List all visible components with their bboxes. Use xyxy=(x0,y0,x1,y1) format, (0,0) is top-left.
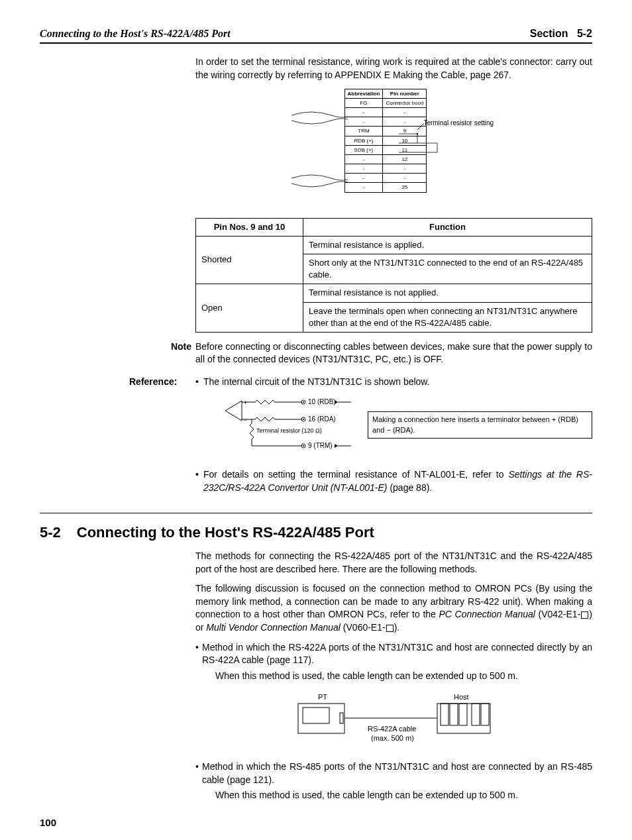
page-number: 100 xyxy=(40,815,592,829)
svg-rect-24 xyxy=(351,397,353,450)
svg-rect-26 xyxy=(303,708,329,723)
reference-block: Reference: • The internal circuit of the… xyxy=(40,376,592,499)
note-label: Note xyxy=(160,341,191,366)
bullet-icon: • xyxy=(195,468,203,494)
page-header: Connecting to the Host's RS-422A/485 Por… xyxy=(40,26,592,44)
header-title: Connecting to the Host's RS-422A/485 Por… xyxy=(40,26,231,41)
svg-rect-32 xyxy=(459,704,467,725)
fig-pt-label: PT xyxy=(318,693,327,701)
box-symbol-icon xyxy=(581,611,588,619)
connection-figure: PT Host RS-422A cable (max. 500 m) xyxy=(288,692,500,749)
method-1: • Method in which the RS-422A ports of t… xyxy=(195,641,592,667)
svg-point-21 xyxy=(303,445,304,446)
svg-rect-31 xyxy=(450,704,458,725)
section-p2: The following discussion is focused on t… xyxy=(195,582,592,634)
svg-rect-33 xyxy=(472,704,480,725)
svg-rect-29 xyxy=(437,704,490,733)
svg-text:+: + xyxy=(244,399,247,406)
fig-cable-label: RS-422A cable xyxy=(368,725,416,733)
ref-bullet-1: The internal circuit of the NT31/NT31C i… xyxy=(203,376,592,389)
pin-small-table: Abbreviation Pin number FGConnector hood… xyxy=(344,89,427,193)
svg-rect-34 xyxy=(481,704,489,725)
note-text: Before connecting or disconnecting cable… xyxy=(195,341,592,366)
function-table: Pin Nos. 9 and 10 Function Shorted Termi… xyxy=(195,218,592,333)
method-1-sub: When this method is used, the cable leng… xyxy=(215,670,592,683)
pin-diagram: Abbreviation Pin number FGConnector hood… xyxy=(285,89,503,208)
method-2: • Method in which the RS-485 ports of th… xyxy=(195,761,592,786)
circuit-pin9: 9 (TRM) xyxy=(308,442,333,449)
svg-text:−: − xyxy=(244,417,247,423)
reference-label: Reference: xyxy=(129,376,189,499)
bullet-icon: • xyxy=(195,376,203,389)
section-heading: 5-2 Connecting to the Host's RS-422A/485… xyxy=(40,523,592,543)
svg-rect-27 xyxy=(340,713,343,723)
circuit-diagram: + − 10 (RDB) 16 (RDA) xyxy=(222,394,592,456)
fig-host-label: Host xyxy=(454,693,469,701)
svg-rect-30 xyxy=(441,704,448,725)
svg-point-16 xyxy=(303,419,304,420)
circuit-term: Terminal resistor (120 Ω) xyxy=(256,427,322,434)
svg-point-12 xyxy=(303,401,304,403)
circuit-pin16: 16 (RDA) xyxy=(308,415,336,423)
method-2-sub: When this method is used, the cable leng… xyxy=(215,789,592,802)
svg-rect-25 xyxy=(298,704,344,733)
circuit-pin10: 10 (RDB) xyxy=(308,398,336,405)
circuit-desc: Making a connection here inserts a termi… xyxy=(368,411,592,439)
section-divider xyxy=(40,513,592,513)
fig-max-label: (max. 500 m) xyxy=(371,734,414,742)
intro-paragraph: In order to set the terminal resistance,… xyxy=(195,56,592,81)
box-symbol-icon xyxy=(386,625,394,632)
ref-bullet-2: For details on setting the terminal resi… xyxy=(203,468,592,494)
section-p1: The methods for connecting the RS-422A/4… xyxy=(195,550,592,576)
note-block: Note Before connecting or disconnecting … xyxy=(40,341,592,366)
term-resistor-label: Terminal resistor setting xyxy=(424,119,494,128)
header-section: Section 5-2 xyxy=(530,26,592,41)
